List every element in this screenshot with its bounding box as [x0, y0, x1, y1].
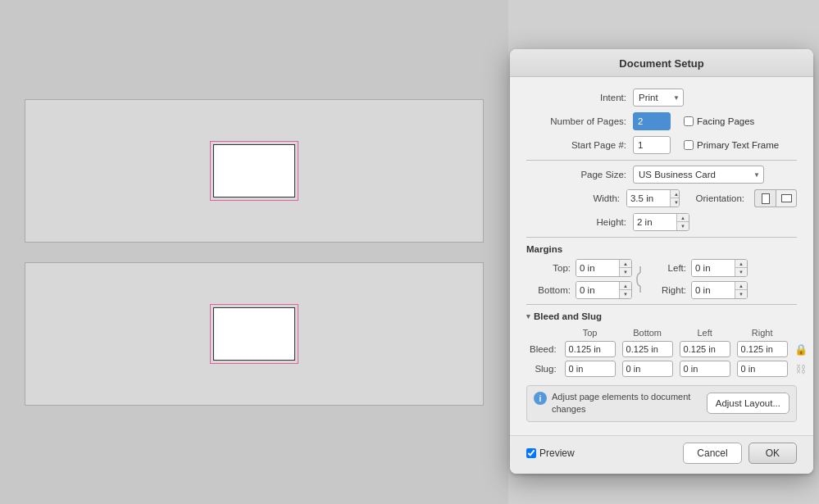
margin-top-up[interactable]: ▲ [620, 260, 631, 268]
height-spinner: ▲ ▼ [676, 214, 689, 230]
margin-left-spinner: ▲ ▼ [735, 260, 747, 276]
bleed-right-cell [734, 339, 791, 359]
slug-lock-icon[interactable]: ⛓ [795, 363, 806, 375]
slug-left-cell [676, 359, 734, 379]
landscape-btn[interactable] [776, 189, 797, 207]
info-icon: i [534, 392, 547, 405]
footer-left: Preview [526, 447, 575, 459]
bleed-slug-header: ▾ Bleed and Slug [526, 311, 797, 321]
page-size-row: Page Size: US Business Card Letter A4 Cu… [526, 166, 797, 184]
margin-top-spinner: ▲ ▼ [619, 260, 631, 276]
bleed-left-input[interactable] [680, 341, 730, 357]
adjust-layout-btn[interactable]: Adjust Layout... [707, 393, 789, 414]
width-spinner: ▲ ▼ [670, 190, 680, 207]
page-1-inner [213, 144, 295, 198]
bleed-top-input[interactable] [565, 341, 616, 357]
margin-left-label: Left: [662, 263, 691, 273]
width-row: Width: ▲ ▼ Orientation: [526, 189, 797, 207]
intent-select[interactable]: Print Web Mobile [633, 89, 684, 107]
margin-bottom-spinner: ▲ ▼ [619, 282, 631, 298]
bleed-slug-collapse-icon[interactable]: ▾ [526, 312, 530, 320]
dialog-footer: Preview Cancel OK [510, 435, 813, 474]
page-size-select[interactable]: US Business Card Letter A4 Custom [633, 166, 764, 184]
bleed-bottom-input[interactable] [622, 341, 673, 357]
margin-top-label: Top: [526, 263, 576, 273]
portrait-btn[interactable] [754, 189, 776, 207]
start-page-input[interactable]: 1 [633, 136, 671, 154]
slug-right-input[interactable] [737, 361, 788, 377]
page-2-card [213, 307, 295, 361]
margin-bottom-row: Bottom: ▲ ▼ [526, 281, 632, 299]
height-row: Height: ▲ ▼ [526, 213, 797, 231]
height-label: Height: [526, 217, 633, 227]
ok-button[interactable]: OK [748, 443, 797, 464]
margin-left-up[interactable]: ▲ [735, 260, 747, 268]
page-1-container [25, 99, 484, 243]
bleed-lock-header [791, 326, 811, 339]
margins-link-icon[interactable] [635, 259, 645, 299]
bleed-col-right-header: Right [734, 326, 791, 339]
primary-text-frame-checkbox[interactable] [684, 140, 694, 150]
page-2-inner [213, 307, 295, 361]
bleed-lock-cell: 🔒 [791, 339, 811, 359]
page-size-label: Page Size: [526, 170, 633, 179]
width-up-btn[interactable]: ▲ [671, 190, 680, 198]
cancel-button[interactable]: Cancel [683, 443, 741, 464]
margins-right-col: Left: ▲ ▼ Right: ▲ [662, 259, 748, 299]
height-input[interactable] [634, 214, 676, 230]
page-2-container [25, 262, 484, 406]
height-up-btn[interactable]: ▲ [677, 214, 689, 222]
bleed-col-top-header: Top [562, 326, 619, 339]
margin-right-down[interactable]: ▼ [735, 290, 747, 298]
facing-pages-checkbox[interactable] [684, 116, 694, 126]
bleed-left-cell [676, 339, 734, 359]
slug-bottom-input[interactable] [622, 361, 673, 377]
margin-left-input[interactable] [692, 260, 735, 276]
margin-bottom-up[interactable]: ▲ [620, 282, 631, 290]
margin-right-input[interactable] [692, 282, 735, 298]
bleed-row: Bleed: 🔒 [526, 339, 811, 359]
num-pages-input[interactable]: 2 [633, 112, 671, 130]
margin-right-spinner: ▲ ▼ [735, 282, 747, 298]
info-row: i Adjust page elements to document chang… [526, 385, 797, 422]
num-pages-label: Number of Pages: [526, 116, 633, 126]
bleed-top-cell [562, 339, 619, 359]
bleed-lock-icon[interactable]: 🔒 [794, 343, 808, 356]
orientation-buttons [754, 189, 797, 207]
preview-label[interactable]: Preview [526, 447, 575, 459]
margin-top-down[interactable]: ▼ [620, 268, 631, 276]
slug-bottom-cell [619, 359, 676, 379]
start-page-label: Start Page #: [526, 140, 633, 150]
link-svg [635, 265, 645, 294]
bleed-row-label: Bleed: [526, 339, 562, 359]
margins-left-col: Top: ▲ ▼ Bottom: ▲ [526, 259, 632, 299]
bleed-slug-table: Top Bottom Left Right Bleed: [526, 326, 811, 379]
landscape-icon [781, 194, 792, 202]
bleed-right-input[interactable] [737, 341, 788, 357]
margin-left-down[interactable]: ▼ [735, 268, 747, 276]
preview-checkbox[interactable] [526, 448, 536, 458]
margin-top-input[interactable] [576, 260, 619, 276]
margin-bottom-down[interactable]: ▼ [620, 290, 631, 298]
margin-bottom-input[interactable] [576, 282, 619, 298]
facing-pages-label[interactable]: Facing Pages [684, 116, 754, 126]
margin-top-wrapper: ▲ ▼ [576, 259, 632, 277]
info-text: Adjust page elements to document changes [552, 391, 702, 416]
slug-left-input[interactable] [680, 361, 730, 377]
portrait-icon [762, 193, 770, 204]
width-input[interactable] [627, 190, 670, 207]
primary-text-frame-label[interactable]: Primary Text Frame [684, 140, 779, 150]
slug-top-input[interactable] [565, 361, 616, 377]
dialog-body: Intent: Print Web Mobile Number of Pages… [510, 77, 813, 435]
margin-left-wrapper: ▲ ▼ [691, 259, 748, 277]
margins-header: Margins [526, 244, 797, 254]
bleed-col-left-header: Left [676, 326, 734, 339]
margin-right-row: Right: ▲ ▼ [662, 281, 748, 299]
slug-top-cell [562, 359, 619, 379]
height-down-btn[interactable]: ▼ [677, 222, 689, 230]
slug-row: Slug: ⛓ [526, 359, 811, 379]
page-1-card [213, 144, 295, 198]
width-down-btn[interactable]: ▼ [671, 198, 680, 207]
margin-right-up[interactable]: ▲ [735, 282, 747, 290]
slug-lock-cell: ⛓ [791, 359, 811, 379]
